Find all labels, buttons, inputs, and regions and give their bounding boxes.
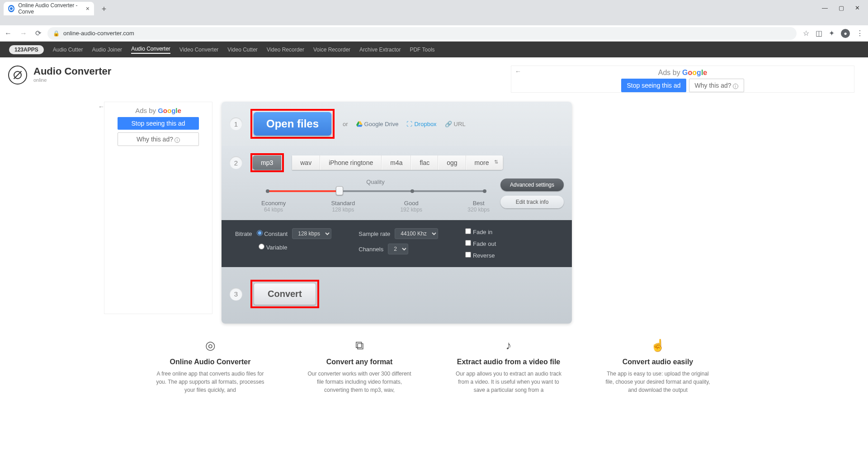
step-2: 2 mp3 wav iPhone ringtone m4a flac ogg m… <box>222 146 572 220</box>
brand: Audio Converter online <box>8 66 111 93</box>
browser-chrome: Online Audio Converter - Conve × + — ▢ ✕ <box>0 0 868 25</box>
channels-select[interactable]: 2 <box>388 244 408 254</box>
link-icon: 🔗 <box>445 121 452 127</box>
puzzle-icon[interactable]: ✦ <box>829 29 835 38</box>
feature-easy-icon: ☝ <box>604 337 712 353</box>
nav-audio-joiner[interactable]: Audio Joiner <box>92 47 122 53</box>
top-ad: ← Ads by Google Stop seeing this ad Why … <box>511 66 854 93</box>
slider-handle[interactable] <box>336 186 343 195</box>
nav-video-recorder[interactable]: Video Recorder <box>267 47 304 53</box>
feature-extract-icon: ♪ <box>454 337 563 353</box>
extension-icon[interactable]: ◫ <box>816 29 822 38</box>
side-ad: ← Ads by Google Stop seeing this ad Why … <box>104 102 212 314</box>
address-bar[interactable]: 🔒 online-audio-converter.com <box>47 27 797 40</box>
format-wav[interactable]: wav <box>292 155 320 170</box>
ad-close-icon[interactable]: ← <box>515 68 521 75</box>
forward-icon: → <box>20 29 27 38</box>
fadeout-checkbox[interactable]: Fade out <box>465 240 496 247</box>
format-more[interactable]: more <box>467 155 503 170</box>
maximize-icon[interactable]: ▢ <box>839 5 844 11</box>
side-ad-label: Ads by Google <box>108 107 208 114</box>
tab-title: Online Audio Converter - Conve <box>18 2 86 15</box>
side-ad-close-icon[interactable]: ← <box>98 103 104 110</box>
nav-audio-converter[interactable]: Audio Converter <box>131 46 170 54</box>
star-icon[interactable]: ☆ <box>803 29 809 38</box>
feature-converter-icon: ◎ <box>156 337 264 353</box>
step-1-num: 1 <box>230 118 242 130</box>
dropbox-icon: ⛶ <box>406 121 412 127</box>
browser-tab[interactable]: Online Audio Converter - Conve × <box>4 2 94 15</box>
nav-voice-recorder[interactable]: Voice Recorder <box>313 47 350 53</box>
side-stop-ad-button[interactable]: Stop seeing this ad <box>118 117 199 130</box>
reload-icon[interactable]: ⟳ <box>35 29 41 38</box>
quality-title: Quality <box>261 179 490 185</box>
bitrate-variable-radio[interactable]: Variable <box>259 244 287 251</box>
back-icon[interactable]: ← <box>5 29 12 38</box>
quality-slider[interactable] <box>266 189 485 193</box>
ad-label: Ads by Google <box>514 69 851 77</box>
feature-4: ☝ Convert audio easily The app is easy t… <box>604 337 712 394</box>
close-icon[interactable]: ✕ <box>855 5 860 11</box>
menu-icon[interactable]: ⋮ <box>856 29 863 38</box>
nav-video-converter[interactable]: Video Converter <box>179 47 219 53</box>
format-ogg[interactable]: ogg <box>439 155 466 170</box>
info-icon: i <box>175 137 180 143</box>
app-nav: 123APPS Audio Cutter Audio Joiner Audio … <box>0 42 868 57</box>
dropbox-link[interactable]: ⛶ Dropbox <box>406 121 436 127</box>
lock-icon: 🔒 <box>53 30 60 37</box>
page-title: Audio Converter <box>33 66 111 77</box>
google-drive-icon <box>356 121 363 127</box>
step-3-num: 3 <box>230 288 242 301</box>
format-iphone[interactable]: iPhone ringtone <box>321 155 382 170</box>
url-link[interactable]: 🔗 URL <box>445 121 466 127</box>
bitrate-label: Bitrate <box>235 230 252 237</box>
favicon-icon <box>8 5 14 12</box>
step-2-num: 2 <box>230 156 242 169</box>
convert-button[interactable]: Convert <box>254 283 316 305</box>
stop-ad-button[interactable]: Stop seeing this ad <box>621 79 686 92</box>
format-m4a[interactable]: m4a <box>382 155 411 170</box>
window-controls: — ▢ ✕ <box>822 0 868 15</box>
or-label: or <box>343 121 348 127</box>
feature-3: ♪ Extract audio from a video file Our ap… <box>454 337 563 394</box>
tab-close-icon[interactable]: × <box>86 5 90 12</box>
channels-label: Channels <box>359 246 383 253</box>
fadein-checkbox[interactable]: Fade in <box>465 228 496 235</box>
nav-audio-cutter[interactable]: Audio Cutter <box>53 47 83 53</box>
feature-1: ◎ Online Audio Converter A free online a… <box>156 337 264 394</box>
app-logo[interactable]: 123APPS <box>9 45 44 54</box>
quality-slider-group: Quality Economy64 kbps Stand <box>261 179 490 213</box>
highlight-open: Open files <box>250 109 335 139</box>
tab-bar: Online Audio Converter - Conve × + — ▢ ✕ <box>0 0 868 15</box>
bitrate-constant-radio[interactable]: Constant <box>257 230 288 237</box>
features-row: ◎ Online Audio Converter A free online a… <box>0 337 868 394</box>
advanced-panel: Bitrate Constant 128 kbps Variable Sampl… <box>222 220 572 267</box>
profile-avatar[interactable]: ● <box>841 29 850 38</box>
brand-icon <box>8 66 27 85</box>
converter-panel: 1 Open files or Google Drive ⛶ Dropbox � <box>222 102 572 324</box>
nav-archive-extractor[interactable]: Archive Extractor <box>359 47 401 53</box>
nav-pdf-tools[interactable]: PDF Tools <box>410 47 434 53</box>
highlight-mp3: mp3 <box>250 153 284 172</box>
why-ad-button[interactable]: Why this ad?i <box>689 79 744 92</box>
edit-track-info-button[interactable]: Edit track info <box>500 196 564 208</box>
feature-format-icon: ⧉ <box>305 337 414 353</box>
url-text: online-audio-converter.com <box>63 30 134 37</box>
info-icon: i <box>733 84 738 89</box>
step-1: 1 Open files or Google Drive ⛶ Dropbox � <box>222 102 572 146</box>
bitrate-select[interactable]: 128 kbps <box>292 228 331 239</box>
feature-2: ⧉ Convert any format Our converter works… <box>305 337 414 394</box>
format-flac[interactable]: flac <box>411 155 438 170</box>
side-why-ad-button[interactable]: Why this ad?i <box>118 132 199 146</box>
minimize-icon[interactable]: — <box>822 5 828 11</box>
google-drive-link[interactable]: Google Drive <box>356 121 399 127</box>
format-mp3[interactable]: mp3 <box>253 155 282 170</box>
page-subtitle: online <box>33 77 111 83</box>
nav-video-cutter[interactable]: Video Cutter <box>227 47 258 53</box>
samplerate-select[interactable]: 44100 Khz <box>395 228 438 239</box>
advanced-settings-button[interactable]: Advanced settings <box>500 179 564 191</box>
reverse-checkbox[interactable]: Reverse <box>465 252 496 259</box>
new-tab-button[interactable]: + <box>98 3 110 15</box>
samplerate-label: Sample rate <box>359 230 390 237</box>
open-files-button[interactable]: Open files <box>254 112 331 136</box>
